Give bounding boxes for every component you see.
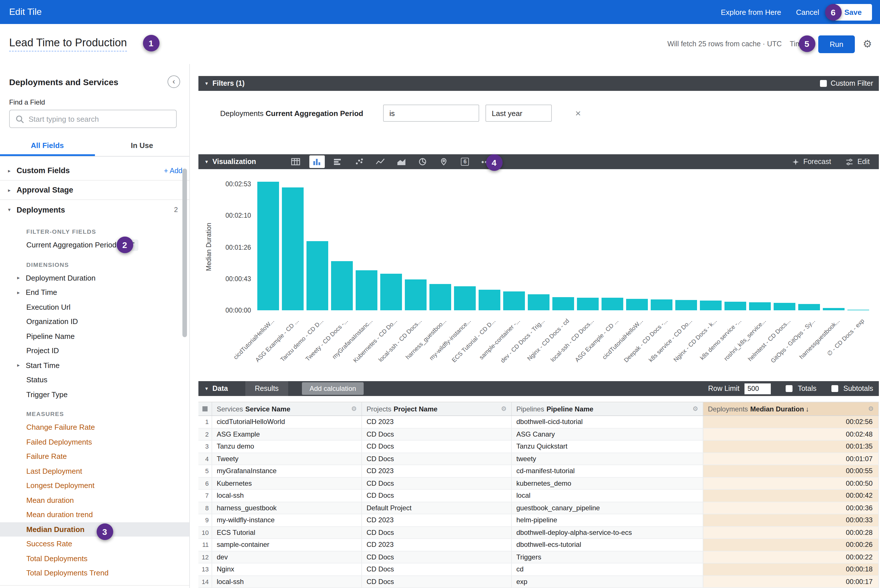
column-header-median-duration[interactable]: DeploymentsMedian Duration↓⚙ (703, 402, 879, 416)
field-item-change-failure-rate[interactable]: Change Failure Rate (0, 420, 189, 435)
row-limit-input[interactable] (745, 383, 771, 394)
chart-bar[interactable] (503, 291, 525, 310)
tile-title-input[interactable]: Lead Time to Production (9, 37, 127, 51)
chart-bar[interactable] (651, 299, 672, 310)
subtotals-checkbox[interactable] (831, 385, 838, 392)
viz-type-area-icon[interactable] (394, 155, 409, 168)
chart-bar[interactable] (528, 294, 549, 310)
chart-bar[interactable] (602, 298, 623, 310)
settings-gear-icon[interactable]: ⚙ (863, 39, 872, 49)
tab-in-use[interactable]: In Use (95, 136, 189, 156)
chart-bar[interactable] (355, 270, 377, 310)
field-item-longest-deployment[interactable]: Longest Deployment (0, 478, 189, 493)
column-gear-icon[interactable]: ⚙ (865, 405, 874, 412)
column-header-project-name[interactable]: ProjectsProject Name⚙ (362, 402, 512, 416)
select-all-square[interactable] (202, 406, 208, 411)
table-row[interactable]: 3Tanzu demoCD DocsTanzu Quickstart00:01:… (199, 441, 879, 453)
field-item-deployment-duration[interactable]: ▸Deployment Duration (0, 271, 189, 285)
chart-bar[interactable] (454, 286, 476, 310)
collapse-visualization-caret-icon[interactable]: ▾ (205, 159, 208, 165)
viz-type-single-value-icon[interactable]: 6 (457, 155, 472, 168)
field-item-execution-url[interactable]: Execution Url (0, 300, 189, 314)
chart-bar[interactable] (281, 188, 303, 310)
chart-bar[interactable] (725, 302, 746, 310)
table-row[interactable]: 4TweetyCD Docstweety00:01:07 (199, 453, 879, 465)
chevron-right-icon[interactable]: ▸ (8, 168, 17, 173)
field-item-start-time[interactable]: ▸Start Time (0, 358, 189, 373)
table-row[interactable]: 12devCD DocsTriggers00:00:22 (199, 551, 879, 563)
field-item-project-id[interactable]: Project ID (0, 344, 189, 358)
chart-bar[interactable] (577, 298, 599, 310)
cancel-button[interactable]: Cancel (796, 8, 819, 16)
table-row[interactable]: 1cicdTutorialHelloWorldCD 2023dbothwell-… (199, 416, 879, 428)
collapse-filters-caret-icon[interactable]: ▾ (205, 81, 208, 86)
table-row[interactable]: 7local-sshCD Docslocal00:00:42 (199, 490, 879, 502)
chart-bar[interactable] (700, 301, 722, 310)
viz-type-column-icon[interactable] (309, 155, 325, 168)
field-item-end-time[interactable]: ▸End Time (0, 285, 189, 300)
tab-results[interactable]: Results (245, 381, 288, 396)
table-row[interactable]: 11sample-containerCD 2023dbothwell-ecs-t… (199, 539, 879, 551)
collapse-sidebar-button[interactable]: ‹ (167, 75, 180, 88)
column-header-pipeline-name[interactable]: PipelinesPipeline Name⚙ (512, 402, 703, 416)
table-row[interactable]: 9my-wildfly-instanceCD 2023helm-pipeline… (199, 514, 879, 526)
chevron-right-icon[interactable]: ▸ (8, 187, 17, 193)
viz-type-bar-icon[interactable] (330, 155, 346, 168)
table-row[interactable]: 5myGrafanaInstanceCD 2023cd-manifest-tut… (199, 465, 879, 477)
run-button[interactable]: Run (818, 35, 855, 53)
viz-type-table-icon[interactable] (288, 155, 303, 168)
field-item-trigger-type[interactable]: Trigger Type (0, 387, 189, 402)
collapse-data-caret-icon[interactable]: ▾ (205, 386, 208, 392)
field-item-mean-duration-trend[interactable]: Mean duration trend (0, 507, 189, 522)
forecast-button[interactable]: Forecast (792, 158, 831, 166)
chevron-right-icon[interactable]: ▸ (17, 363, 26, 368)
custom-filter-checkbox[interactable] (820, 80, 827, 87)
chevron-right-icon[interactable]: ▸ (17, 290, 26, 296)
viz-type-map-icon[interactable] (436, 155, 451, 168)
totals-checkbox[interactable] (786, 385, 793, 392)
table-row[interactable]: 13NginxCD Docscd00:00:18 (199, 563, 879, 576)
table-row[interactable]: 8harness_guestbookDefault Projectguestbo… (199, 502, 879, 514)
field-item-total-deployments[interactable]: Total Deployments (0, 551, 189, 566)
field-item-deployments[interactable]: ▾Deployments2 (0, 200, 189, 219)
chart-bar[interactable] (848, 309, 869, 310)
chart-bar[interactable] (429, 284, 451, 310)
chart-bar[interactable] (257, 182, 279, 310)
chart-bar[interactable] (552, 297, 574, 310)
field-item-median-duration[interactable]: Median Duration (0, 522, 189, 537)
chart-bar[interactable] (405, 280, 427, 310)
sidebar-scrollbar[interactable] (182, 169, 187, 337)
field-item-mean-duration[interactable]: Mean duration (0, 493, 189, 507)
chart-bar[interactable] (626, 298, 648, 310)
column-gear-icon[interactable]: ⚙ (498, 405, 507, 412)
chart-bar[interactable] (749, 302, 771, 310)
viz-type-scatter-icon[interactable] (351, 155, 367, 168)
chart-bar[interactable] (823, 308, 845, 310)
field-item-last-deployment[interactable]: Last Deployment (0, 464, 189, 478)
column-gear-icon[interactable]: ⚙ (689, 405, 698, 412)
field-item-pipeline-name[interactable]: Pipeline Name (0, 329, 189, 344)
table-row[interactable]: 14local-sshCD Docsexp00:00:17 (199, 576, 879, 588)
chart-bar[interactable] (478, 290, 500, 310)
explore-from-here-link[interactable]: Explore from Here (721, 8, 781, 16)
field-item-organization-id[interactable]: Organization ID (0, 314, 189, 329)
filter-operator-select[interactable]: is (383, 105, 479, 122)
field-item-approval-stage[interactable]: ▸Approval Stage (0, 181, 189, 200)
field-item-current-aggregation-period[interactable]: Current Aggregation Period (0, 238, 189, 252)
table-row[interactable]: 6KubernetesCD Docskubernetes_demo00:00:5… (199, 477, 879, 490)
table-row[interactable]: 2ASG ExampleCD DocsASG Canary00:02:48 (199, 428, 879, 441)
tab-all-fields[interactable]: All Fields (0, 136, 95, 156)
chart-bar[interactable] (799, 304, 820, 310)
field-item-total-deployments-trend[interactable]: Total Deployments Trend (0, 566, 189, 580)
field-item-failure-rate[interactable]: Failure Rate (0, 449, 189, 464)
field-item-failed-deployments[interactable]: Failed Deployments (0, 435, 189, 449)
add-custom-field-button[interactable]: + Add (164, 166, 182, 175)
chart-bar[interactable] (774, 303, 796, 310)
table-row[interactable]: 10ECS TutorialCD Docsdbothwell-deploy-al… (199, 526, 879, 539)
chevron-down-icon[interactable]: ▾ (8, 207, 17, 213)
viz-type-line-icon[interactable] (373, 155, 388, 168)
chart-bar[interactable] (306, 241, 328, 310)
filter-value-input[interactable]: Last year (486, 105, 552, 122)
viz-type-pie-icon[interactable] (415, 155, 430, 168)
remove-filter-button[interactable]: × (575, 108, 581, 118)
